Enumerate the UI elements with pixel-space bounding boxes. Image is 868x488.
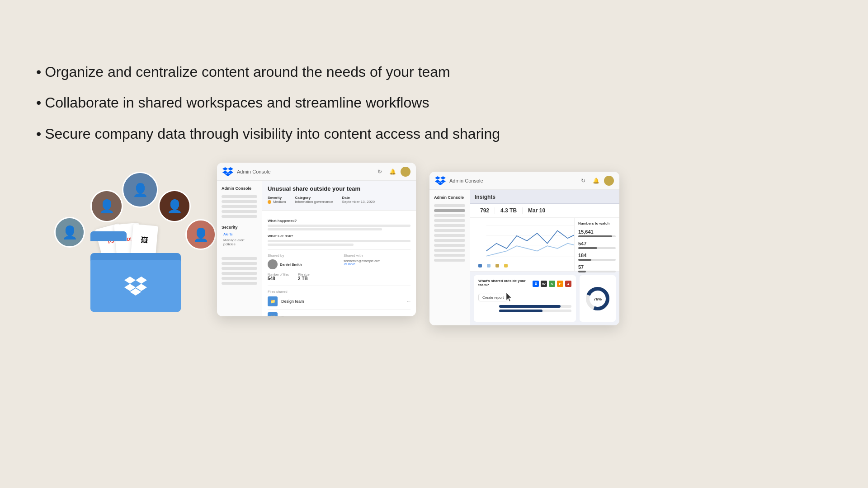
sc1-security-label[interactable]: Security: [222, 225, 257, 230]
refresh-icon[interactable]: ↻: [375, 167, 384, 176]
date-value: September 13, 2020: [342, 200, 375, 204]
severity-label: Severity: [268, 196, 286, 200]
legend-4: [504, 264, 509, 267]
number-row-3: 184: [578, 253, 616, 261]
stat-val-3: Mar 10: [528, 207, 545, 214]
folder-illustration: [90, 239, 181, 312]
file-size-value: 2 TB: [298, 276, 310, 281]
shared-by-name: Daniel Smith: [280, 263, 302, 267]
insights-stats-row: 792 4.3 TB Mar 10: [470, 204, 619, 218]
sc2-body: Admin Console Insights: [429, 190, 619, 325]
date-group: Date September 13, 2020: [342, 196, 375, 204]
avatar-1: 👤: [90, 190, 123, 222]
shared-by-label: Shared by: [268, 253, 335, 258]
category-value: Information governance: [295, 200, 333, 204]
number-val-4: 57: [578, 264, 616, 270]
sc1-alerts-label[interactable]: Alerts: [222, 232, 257, 236]
bullet-item-3: • Secure company data through visibility…: [36, 125, 500, 142]
shared-with-more: +9 more: [344, 263, 410, 266]
folder-front: [90, 260, 181, 312]
donut-section: 76%: [580, 275, 616, 322]
file-size-stat: File size 2 TB: [298, 273, 310, 281]
bullet-dot-2: •: [36, 94, 41, 111]
insights-bottom: What's shared outside your team? ⬇ W S P…: [470, 272, 619, 325]
avatar-4: 👤: [54, 217, 85, 248]
sc2-sidebar-title: Admin Console: [429, 195, 470, 200]
number-row-2: 547: [578, 241, 616, 249]
numbers-panel: Numbers to watch 15,641 547: [574, 218, 619, 271]
insights-title: Insights: [475, 194, 495, 200]
folder-tab: [90, 231, 127, 241]
alert-panel: Delete access Unusual share outside your…: [262, 181, 416, 316]
number-bar-4: [578, 271, 616, 272]
bar-rows: [478, 305, 571, 312]
shared-with-label: Shared with: [344, 253, 410, 258]
alert-meta-row: Severity Medium Category Information gov…: [268, 196, 410, 204]
insights-header: Insights: [470, 190, 619, 204]
bullet-dot-1: •: [36, 63, 41, 80]
sc1-security-section: Security Alerts Manage alert policies: [217, 221, 262, 250]
alert-body: What happened? What's at risk? Shared by: [262, 211, 416, 316]
sc2-insights-main: Insights 792 4.3 TB Mar 10: [470, 190, 619, 325]
file-icon-2: 📁: [268, 312, 278, 316]
whats-at-risk-label: What's at risk?: [268, 234, 410, 238]
bar-row-2: [478, 310, 571, 312]
shared-with-email: seleneroth@example.com: [344, 259, 410, 263]
files-shared-title: Files shared: [268, 290, 410, 294]
sc2-bell-icon[interactable]: 🔔: [591, 176, 600, 185]
bell-icon[interactable]: 🔔: [388, 167, 397, 176]
sc1-sidebar-ph9: [222, 272, 257, 275]
category-label: Category: [295, 196, 333, 200]
stat-4tb: 4.3 TB: [495, 207, 523, 214]
insights-content: Insights 792 4.3 TB Mar 10: [470, 190, 619, 325]
file-size-label: File size: [298, 273, 310, 276]
severity-group: Severity Medium: [268, 196, 286, 204]
sc1-sidebar-ph7: [222, 262, 257, 265]
shared-outside-panel: What's shared outside your team? ⬇ W S P…: [474, 275, 576, 322]
report-icons: ⬇ W S P ▲: [533, 281, 571, 287]
numbers-to-watch-title: Numbers to watch: [578, 221, 616, 225]
dropbox-icon: [222, 166, 233, 177]
num-files-value: 548: [268, 276, 289, 281]
number-row-4: 57: [578, 264, 616, 272]
create-report-button[interactable]: Create report: [478, 294, 508, 301]
number-bar-1: [578, 235, 616, 237]
screenshot-alert: Admin Console ↻ 🔔 Admin Console Security…: [217, 163, 416, 316]
sc1-sidebar-ph8: [222, 267, 257, 270]
share-info: Shared by Daniel Smith Shared with selen…: [268, 249, 410, 269]
alert-title: Unusual share outside your team: [268, 185, 410, 192]
bullet-text-2: Collaborate in shared workspaces and str…: [45, 94, 429, 111]
legend-1: [478, 264, 483, 267]
illustration-area: 👤 👤 👤 👤 👤 PS PD! 🖼: [27, 172, 226, 316]
sc2-admin-title: Admin Console: [449, 178, 483, 183]
alert-header: Delete access Unusual share outside your…: [262, 181, 416, 211]
date-label: Date: [342, 196, 375, 200]
number-val-2: 547: [578, 241, 616, 246]
stat-792: 792: [475, 207, 495, 214]
sc2-refresh-icon[interactable]: ↻: [579, 176, 588, 185]
sc2-insights-active[interactable]: [434, 209, 465, 212]
sc1-manage-alerts-label[interactable]: Manage alert policies: [222, 238, 257, 246]
stats-row: Number of files 548 File size 2 TB: [268, 273, 410, 281]
share-avatar: [268, 259, 278, 269]
chart-and-numbers: Numbers to watch 15,641 547: [470, 218, 619, 272]
bullet-item-2: • Collaborate in shared workspaces and s…: [36, 94, 500, 111]
sc1-sidebar-title: Admin Console: [217, 186, 262, 191]
stat-mar10: Mar 10: [523, 207, 551, 214]
legend-2: [487, 264, 492, 267]
screenshots-area: Admin Console ↻ 🔔 Admin Console Security…: [217, 163, 619, 325]
sc1-main: Delete access Unusual share outside your…: [262, 181, 416, 316]
number-val-1: 15,641: [578, 229, 616, 235]
svg-text:76%: 76%: [594, 297, 602, 301]
sc2-topbar-icons: ↻ 🔔: [579, 176, 614, 186]
sc1-sidebar-ph5: [222, 215, 257, 218]
sc1-sidebar-ph4: [222, 210, 257, 213]
what-happened-label: What happened?: [268, 219, 410, 223]
severity-dot: [268, 200, 271, 204]
sc1-sidebar: Admin Console Security Alerts Manage ale…: [217, 181, 262, 316]
file-name-1: Design team: [281, 299, 304, 304]
files-shared-section: Files shared 📁 Design team ··· 📁 Eng tea…: [268, 286, 410, 316]
bullets-section: • Organize and centralize content around…: [36, 63, 500, 142]
avatar-5: 👤: [185, 219, 216, 250]
sc1-sidebar-ph6: [222, 257, 257, 260]
